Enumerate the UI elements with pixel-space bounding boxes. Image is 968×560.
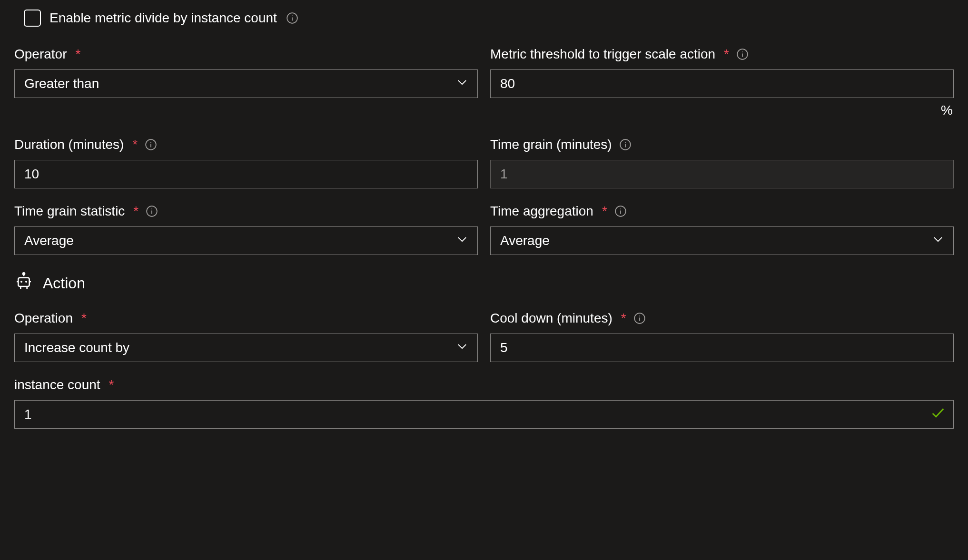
operator-label-row: Operator * bbox=[14, 45, 478, 64]
info-icon[interactable] bbox=[633, 312, 646, 325]
instancecount-label-row: instance count * bbox=[14, 375, 954, 394]
threshold-input[interactable] bbox=[490, 69, 954, 98]
duration-label-row: Duration (minutes) * bbox=[14, 135, 478, 154]
threshold-suffix: % bbox=[490, 103, 954, 118]
operator-select[interactable]: Greater than bbox=[14, 69, 478, 98]
chevron-down-icon bbox=[455, 340, 469, 356]
duration-label: Duration (minutes) bbox=[14, 137, 124, 152]
svg-point-17 bbox=[620, 208, 621, 209]
info-icon[interactable] bbox=[736, 48, 749, 61]
info-icon[interactable] bbox=[619, 138, 632, 151]
cooldown-label-row: Cool down (minutes) * bbox=[490, 309, 954, 328]
operation-select[interactable]: Increase count by bbox=[14, 334, 478, 362]
operation-value: Increase count by bbox=[24, 340, 129, 355]
svg-point-8 bbox=[150, 142, 151, 143]
required-asterisk: * bbox=[76, 47, 81, 62]
enable-divide-checkbox[interactable] bbox=[24, 10, 41, 27]
chevron-down-icon bbox=[931, 233, 945, 249]
instancecount-input[interactable] bbox=[14, 400, 954, 429]
enable-divide-row: Enable metric divide by instance count bbox=[14, 10, 954, 27]
svg-point-21 bbox=[20, 281, 22, 283]
svg-point-29 bbox=[639, 315, 640, 316]
required-asterisk: * bbox=[724, 47, 729, 62]
tgstat-value: Average bbox=[24, 233, 74, 248]
timegrain-label-row: Time grain (minutes) bbox=[490, 135, 954, 154]
timeagg-select[interactable]: Average bbox=[490, 226, 954, 255]
info-icon[interactable] bbox=[145, 205, 158, 218]
timeagg-label: Time aggregation bbox=[490, 204, 593, 219]
required-asterisk: * bbox=[81, 311, 87, 326]
svg-rect-20 bbox=[18, 278, 29, 286]
svg-point-19 bbox=[23, 273, 25, 275]
operation-label: Operation bbox=[14, 311, 73, 326]
required-asterisk: * bbox=[133, 204, 138, 219]
tgstat-select[interactable]: Average bbox=[14, 226, 478, 255]
info-icon[interactable] bbox=[144, 138, 158, 151]
required-asterisk: * bbox=[602, 204, 607, 219]
operation-label-row: Operation * bbox=[14, 309, 478, 328]
instancecount-label: instance count bbox=[14, 377, 100, 393]
threshold-label-row: Metric threshold to trigger scale action… bbox=[490, 45, 954, 64]
duration-input[interactable] bbox=[14, 160, 478, 188]
svg-point-5 bbox=[742, 51, 743, 52]
timegrain-input bbox=[490, 160, 954, 188]
chevron-down-icon bbox=[455, 233, 469, 249]
required-asterisk: * bbox=[621, 311, 626, 326]
tgstat-label-row: Time grain statistic * bbox=[14, 202, 478, 221]
svg-point-14 bbox=[151, 208, 152, 209]
timegrain-label: Time grain (minutes) bbox=[490, 137, 612, 152]
required-asterisk: * bbox=[132, 137, 138, 152]
cooldown-label: Cool down (minutes) bbox=[490, 311, 612, 326]
svg-point-22 bbox=[25, 281, 27, 283]
tgstat-label: Time grain statistic bbox=[14, 204, 125, 219]
required-asterisk: * bbox=[109, 377, 114, 393]
threshold-label: Metric threshold to trigger scale action bbox=[490, 47, 715, 62]
chevron-down-icon bbox=[455, 76, 469, 92]
operator-value: Greater than bbox=[24, 76, 99, 91]
info-icon[interactable] bbox=[286, 11, 299, 25]
timeagg-value: Average bbox=[500, 233, 550, 248]
svg-point-2 bbox=[292, 15, 293, 16]
robot-icon bbox=[14, 272, 33, 295]
operator-label: Operator bbox=[14, 47, 67, 62]
cooldown-input[interactable] bbox=[490, 334, 954, 362]
info-icon[interactable] bbox=[614, 205, 627, 218]
enable-divide-label: Enable metric divide by instance count bbox=[49, 10, 277, 26]
svg-point-11 bbox=[625, 142, 626, 143]
timeagg-label-row: Time aggregation * bbox=[490, 202, 954, 221]
action-section-title: Action bbox=[14, 272, 954, 295]
action-title: Action bbox=[43, 275, 85, 292]
